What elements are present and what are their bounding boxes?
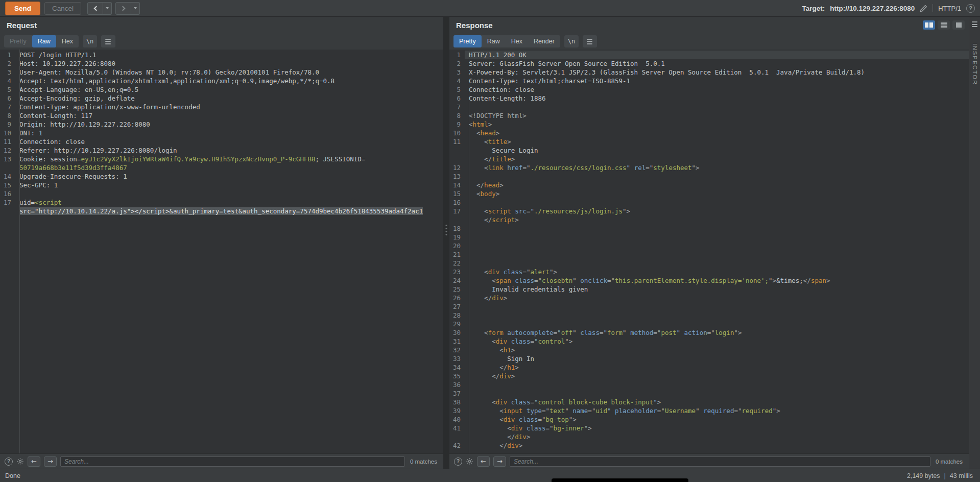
back-button[interactable] (87, 2, 103, 15)
code-row: 24 <span class="closebtn" onclick="this.… (449, 276, 969, 285)
tab-raw[interactable]: Raw (32, 35, 56, 47)
tab-pretty[interactable]: Pretty (453, 35, 482, 47)
code-segment: < (469, 407, 504, 415)
request-editor[interactable]: 1POST /login HTTP/1.12Host: 10.129.227.2… (0, 50, 443, 453)
code-line (465, 198, 969, 207)
code-segment: X-Powered-By: Servlet/3.1 JSP/2.3 (Glass… (469, 68, 865, 76)
line-number: 37 (449, 389, 465, 398)
back-history-dropdown[interactable] (103, 2, 112, 15)
code-row: 2Host: 10.129.227.226:8080 (0, 59, 443, 68)
code-segment: "> (692, 164, 700, 172)
http-version-selector[interactable]: HTTP/1 (938, 5, 961, 12)
code-segment: ./resources/css/login.css (530, 164, 626, 172)
code-line: DNT: 1 (15, 129, 443, 137)
code-segment: < (469, 120, 473, 128)
code-line (15, 189, 443, 198)
request-searchbar: ? ← → 0 matches (0, 453, 443, 469)
search-prev-button[interactable]: ← (28, 456, 40, 467)
edit-target-button[interactable] (920, 5, 927, 12)
editor-menu-button[interactable] (583, 35, 597, 47)
code-line: Content-Type: application/x-www-form-url… (15, 103, 443, 111)
search-settings-button[interactable] (16, 457, 24, 465)
layout-columns-button[interactable] (923, 20, 935, 30)
tab-pretty: Pretty (4, 35, 32, 47)
code-segment: class (515, 277, 534, 284)
code-segment: head (481, 129, 496, 137)
code-segment: </ (469, 181, 484, 189)
status-separator: | (944, 472, 946, 479)
time-millis: 43 millis (950, 472, 973, 479)
send-button[interactable]: Send (5, 2, 40, 15)
code-segment: > (488, 120, 492, 128)
code-row: 12Referer: http://10.129.227.226:8080/lo… (0, 146, 443, 155)
code-line: </div> (465, 372, 969, 380)
code-line: Content-Length: 1886 (465, 94, 969, 103)
tab-render[interactable]: Render (528, 35, 560, 47)
panel-splitter[interactable] (443, 17, 449, 469)
code-line: POST /login HTTP/1.1 (15, 51, 443, 59)
code-row: 41 <div class="bg-inner"> (449, 424, 969, 432)
code-line: 50719a668b3e11f5d39d3ffa4867 (15, 163, 443, 172)
line-number: 5 (0, 85, 15, 94)
tab-hex[interactable]: Hex (56, 35, 79, 47)
request-title: Request (0, 17, 443, 33)
search-next-button[interactable]: → (493, 456, 506, 467)
code-line: Sign In (465, 354, 969, 363)
code-segment: HTTP/1.1 200 OK (469, 51, 527, 59)
code-segment: Origin: http://10.129.227.226:8080 (19, 120, 150, 128)
line-number: 14 (449, 181, 465, 189)
code-row: 10DNT: 1 (0, 129, 443, 137)
line-number: 16 (449, 198, 465, 207)
editor-menu-button[interactable] (101, 35, 115, 47)
rows-icon (941, 22, 947, 28)
code-segment: autocomplete (507, 329, 553, 336)
arrow-left-icon: ← (481, 458, 486, 465)
code-row: 11 <title> (449, 137, 969, 146)
line-number: 1 (0, 51, 15, 59)
code-segment: < (469, 424, 511, 432)
code-segment: < (469, 416, 504, 423)
layout-single-button[interactable] (952, 20, 965, 30)
search-help-icon[interactable]: ? (5, 457, 13, 466)
code-segment: Content-Length: 1886 (469, 94, 546, 102)
code-segment: =" (734, 407, 742, 415)
code-segment: " (565, 407, 572, 415)
code-row: 39 <input type="text" name="uid" placeho… (449, 406, 969, 415)
search-prev-button[interactable]: ← (477, 456, 490, 467)
tab-hex[interactable]: Hex (506, 35, 528, 47)
help-icon[interactable]: ? (966, 4, 975, 13)
response-search-input[interactable] (510, 456, 930, 467)
code-segment: =" (534, 277, 542, 284)
code-line: Content-Type: text/html;charset=ISO-8859… (465, 77, 969, 85)
search-help-icon[interactable]: ? (454, 457, 462, 466)
code-segment: form (607, 329, 623, 336)
search-next-button[interactable]: → (44, 456, 57, 467)
code-segment: off (561, 329, 573, 336)
tab-raw[interactable]: Raw (482, 35, 506, 47)
line-number: 32 (449, 346, 465, 354)
cancel-button[interactable]: Cancel (44, 2, 81, 15)
newline-toggle[interactable]: \n (564, 35, 579, 47)
response-editor[interactable]: 1HTTP/1.1 200 OK2Server: GlassFish Serve… (449, 50, 969, 453)
forward-history-dropdown[interactable] (131, 2, 140, 15)
code-row: 11Connection: close (0, 137, 443, 146)
inspector-menu-icon (972, 21, 977, 27)
code-segment: User-Agent: Mozilla/5.0 (Windows NT 10.0… (19, 68, 319, 76)
newline-toggle[interactable]: \n (83, 35, 97, 47)
layout-stacked-button[interactable] (938, 20, 950, 30)
search-settings-button[interactable] (466, 457, 473, 465)
chevron-right-icon (120, 6, 125, 11)
response-title: Response (456, 21, 493, 30)
request-search-input[interactable] (60, 456, 405, 467)
code-segment: class (504, 268, 523, 276)
code-segment: " (572, 329, 580, 336)
code-line (465, 250, 969, 259)
code-line (465, 224, 969, 233)
forward-button[interactable] (115, 2, 131, 15)
inspector-rail[interactable]: INSPECTOR (969, 17, 980, 469)
code-line: Server: GlassFish Server Open Source Edi… (465, 59, 969, 68)
code-segment: =" (607, 277, 615, 284)
code-line (465, 103, 969, 111)
code-row: 10 <head> (449, 129, 969, 137)
code-segment: required (742, 407, 772, 415)
